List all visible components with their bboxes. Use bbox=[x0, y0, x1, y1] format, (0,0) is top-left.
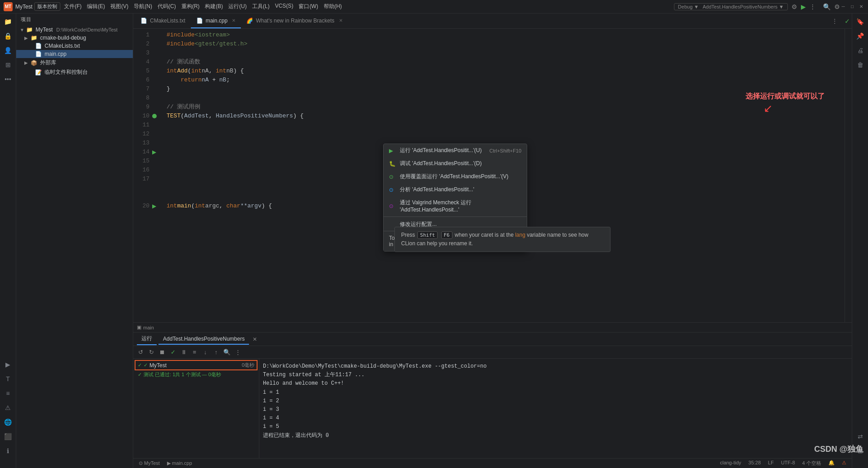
statusbar-right: clang-tidy 35:28 LF UTF-8 4 个空格 🔔 ⚠ bbox=[720, 460, 846, 467]
right-pin-icon[interactable]: 📌 bbox=[854, 30, 867, 42]
ctx-debug-icon: 🐛 bbox=[389, 161, 396, 167]
tab-close-button[interactable]: ✕ bbox=[232, 18, 235, 23]
menu-window[interactable]: 窗口(W) bbox=[298, 3, 318, 10]
right-print-icon[interactable]: 🖨 bbox=[854, 44, 867, 57]
output-line-4: i = 1 bbox=[263, 388, 848, 397]
right-bookmark-icon[interactable]: 🔖 bbox=[854, 15, 867, 28]
menu-code[interactable]: 代码(C) bbox=[158, 3, 176, 10]
filter-button[interactable]: ⏸ bbox=[179, 348, 188, 357]
main-layout: 📁 🔒 👤 ⊞ ••• ▶ T ≡ ⚠ 🌐 ⬛ ℹ 项目 ▼ 📁 MyTest … bbox=[0, 14, 868, 468]
output-line-1: D:\WorkCode\Demo\MyTest\cmake-build-debu… bbox=[263, 362, 848, 371]
toolbar-build-icon[interactable]: ⚙ bbox=[791, 3, 797, 10]
tree-item-mytest[interactable]: ▼ 📁 MyTest D:\WorkCode\Demo\MyTest bbox=[16, 26, 133, 34]
bottom-content: ✓ ✓ MyTest 0毫秒 ✓ 测试 已通过: 1共 1 个测试 — 0毫秒 … bbox=[133, 359, 852, 458]
test-tree: ✓ ✓ MyTest 0毫秒 ✓ 测试 已通过: 1共 1 个测试 — 0毫秒 bbox=[133, 359, 259, 458]
maximize-button[interactable]: □ bbox=[849, 4, 855, 10]
bottom-tab-bar: 运行 AddTest.HandlesPositiveNumbers ✕ bbox=[133, 333, 852, 346]
ctx-valgrind-item[interactable]: ⊙ 通过 Valgrind Memcheck 运行 'AddTest.Handl… bbox=[384, 196, 527, 216]
ctx-run-item[interactable]: ▶ 运行 'AddTest.HandlesPositit...'(U) Ctrl… bbox=[384, 144, 527, 157]
menu-edit[interactable]: 编辑(E) bbox=[87, 3, 105, 10]
code-line-9: // 测试用例 bbox=[167, 103, 848, 112]
activity-info-icon[interactable]: ℹ bbox=[2, 445, 14, 457]
activity-more-icon[interactable]: ••• bbox=[2, 73, 14, 86]
activity-warning-icon[interactable]: ⚠ bbox=[2, 401, 14, 414]
ctx-coverage-item[interactable]: ⊙ 使用覆盖面运行 'AddTest.HandlesPositit...'(V) bbox=[384, 170, 527, 183]
ctx-debug-label: 调试 'AddTest.HandlesPositit...'(D) bbox=[400, 160, 521, 167]
menu-refactor[interactable]: 重构(R) bbox=[181, 3, 200, 10]
menu-view[interactable]: 视图(V) bbox=[110, 3, 128, 10]
menu-tools[interactable]: 工具(L) bbox=[252, 3, 270, 10]
menu-file[interactable]: 文件(F) bbox=[64, 3, 81, 10]
tab-label: What's new in Rainbow Brackets bbox=[256, 18, 334, 24]
func-name: main bbox=[143, 325, 154, 330]
right-activity-bar: 🔖 📌 🖨 🗑 ⇄ ⊞ bbox=[852, 14, 868, 468]
run-arrow-icon2[interactable]: ▶ bbox=[152, 202, 156, 211]
tree-arrow: ▶ bbox=[24, 60, 29, 65]
more-tabs-button[interactable]: ⋮ bbox=[828, 18, 841, 24]
activity-list-icon[interactable]: ≡ bbox=[2, 387, 14, 400]
annotation: 选择运行或调试就可以了 ↙ bbox=[746, 92, 825, 101]
activity-users-icon[interactable]: 👤 bbox=[2, 44, 14, 57]
more-options-button[interactable]: ⋮ bbox=[233, 348, 242, 357]
tree-item-maincpp[interactable]: 📄 main.cpp bbox=[16, 50, 133, 58]
close-test-tab-icon[interactable]: ✕ bbox=[253, 336, 257, 342]
ctx-profile-item[interactable]: ⊙ 分析 'AddTest.HandlesPositit...' bbox=[384, 183, 527, 196]
activity-grid-icon[interactable]: ⊞ bbox=[2, 58, 14, 71]
close-button[interactable]: ✕ bbox=[858, 4, 864, 10]
tree-label: MyTest bbox=[36, 27, 53, 33]
bottom-tab-test[interactable]: AddTest.HandlesPositiveNumbers bbox=[158, 334, 249, 345]
menu-run[interactable]: 运行(U) bbox=[228, 3, 247, 10]
stop-button[interactable]: ⏹ bbox=[158, 348, 167, 357]
search-output-button[interactable]: 🔍 bbox=[222, 348, 231, 357]
tab-cmakelists[interactable]: 📄 CMakeLists.txt bbox=[135, 14, 191, 28]
menu-vcs[interactable]: VCS(S) bbox=[275, 3, 294, 10]
sidebar: 项目 ▼ 📁 MyTest D:\WorkCode\Demo\MyTest ▶ … bbox=[16, 14, 133, 468]
toolbar-search-icon[interactable]: 🔍 bbox=[823, 3, 831, 10]
menu-build[interactable]: 构建(B) bbox=[205, 3, 223, 10]
menu-nav[interactable]: 导航(N) bbox=[134, 3, 152, 10]
bottom-tab-run[interactable]: 运行 bbox=[137, 333, 157, 345]
statusbar-project[interactable]: ⊙ MyTest bbox=[139, 460, 160, 466]
activity-globe-icon[interactable]: 🌐 bbox=[2, 416, 14, 428]
tree-arrow: ▼ bbox=[20, 27, 24, 32]
export-button[interactable]: ↑ bbox=[212, 348, 221, 357]
rerun-failed-button[interactable]: ↻ bbox=[147, 348, 156, 357]
pause-button[interactable]: ✓ bbox=[168, 348, 177, 357]
right-expand-icon[interactable]: ⇄ bbox=[854, 430, 867, 443]
sort-button[interactable]: ≡ bbox=[190, 348, 199, 357]
menu-help[interactable]: 帮助(H) bbox=[324, 3, 342, 10]
activity-run-icon[interactable]: ▶ bbox=[2, 358, 14, 371]
toolbar-more-icon[interactable]: ⋮ bbox=[809, 3, 816, 10]
tab-file-icon: 📄 bbox=[196, 18, 203, 24]
project-name: MyTest bbox=[15, 4, 32, 10]
pass-check-icon: ✓ bbox=[138, 372, 142, 378]
tab-maincpp[interactable]: 📄 main.cpp ✕ bbox=[191, 14, 241, 28]
activity-terminal-icon[interactable]: ⬛ bbox=[2, 430, 14, 443]
vcs-control[interactable]: 版本控制 bbox=[34, 2, 60, 11]
toolbar-run-icon[interactable]: ▶ bbox=[801, 3, 806, 10]
minimize-button[interactable]: ─ bbox=[840, 4, 846, 10]
activity-template-icon[interactable]: T bbox=[2, 373, 14, 385]
tree-item-cmakelists[interactable]: 📄 CMakeLists.txt bbox=[16, 42, 133, 50]
activity-git-icon[interactable]: 🔒 bbox=[2, 30, 14, 42]
tab-close-button[interactable]: ✕ bbox=[339, 18, 343, 23]
run-config-selector[interactable]: Debug ▼ AddTest.HandlesPositiveNumbers ▼ bbox=[674, 3, 788, 10]
file-icon: 📄 bbox=[35, 43, 42, 49]
toolbar-settings-icon[interactable]: ⚙ bbox=[834, 3, 840, 10]
ctx-debug-item[interactable]: 🐛 调试 'AddTest.HandlesPositit...'(D) bbox=[384, 157, 527, 170]
activity-project-icon[interactable]: 📁 bbox=[2, 15, 14, 28]
sidebar-header: 项目 bbox=[16, 14, 133, 26]
scrollbar[interactable] bbox=[845, 29, 852, 322]
window-controls: ─ □ ✕ bbox=[840, 4, 864, 10]
run-arrow-icon[interactable]: ▶ bbox=[152, 148, 156, 157]
rerun-button[interactable]: ↺ bbox=[136, 348, 145, 357]
code-line-6: return nA + nB; bbox=[167, 76, 848, 85]
right-trash-icon[interactable]: 🗑 bbox=[854, 58, 867, 71]
tree-item-cmake-build[interactable]: ▶ 📁 cmake-build-debug bbox=[16, 34, 133, 42]
tree-item-scratch[interactable]: 📝 临时文件和控制台 bbox=[16, 68, 133, 77]
tree-item-external-libs[interactable]: ▶ 📦 外部库 bbox=[16, 58, 133, 68]
import-button[interactable]: ↓ bbox=[201, 348, 210, 357]
tab-rainbow[interactable]: 🌈 What's new in Rainbow Brackets ✕ bbox=[241, 14, 348, 28]
file-icon: 📄 bbox=[35, 51, 42, 57]
test-node-mytest[interactable]: ✓ ✓ MyTest 0毫秒 bbox=[135, 360, 257, 370]
